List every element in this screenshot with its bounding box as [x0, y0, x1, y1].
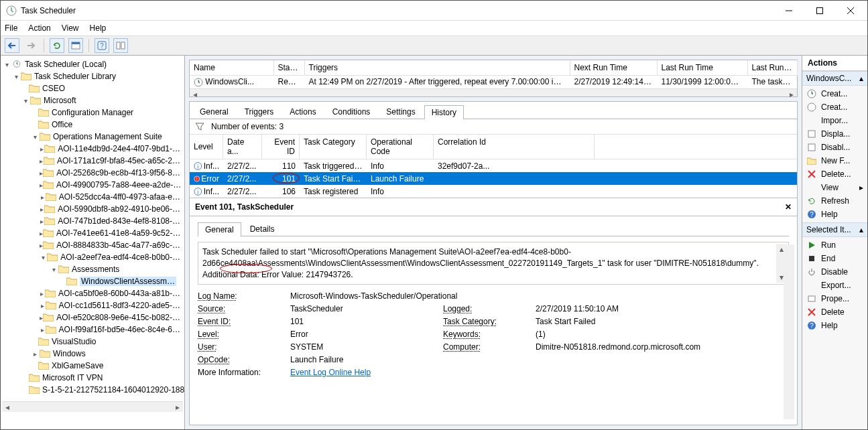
expander-icon[interactable]: ▸: [40, 206, 44, 213]
col-status[interactable]: Status: [273, 60, 304, 76]
tree-item[interactable]: CSEO: [42, 84, 65, 93]
tab-general[interactable]: General: [192, 104, 236, 119]
event-row-selected[interactable]: !Error 2/27/2... 101 Task Start Failed L…: [190, 172, 797, 185]
col-result[interactable]: Last Run Res: [747, 60, 797, 76]
expander-icon[interactable]: ▾: [2, 61, 11, 68]
action-view[interactable]: View▸: [805, 182, 865, 194]
menu-help[interactable]: Help: [90, 23, 107, 33]
action-export[interactable]: Export...: [805, 279, 865, 291]
link-eventlog-help[interactable]: Event Log Online Help: [290, 368, 371, 377]
tree-root[interactable]: Task Scheduler (Local): [25, 60, 107, 69]
expander-icon[interactable]: ▸: [40, 326, 46, 334]
subtab-details[interactable]: Details: [243, 222, 282, 236]
tree-item[interactable]: AOI-7e41ee61-41e8-4a59-9c52-…: [56, 228, 180, 238]
action-help[interactable]: ?Help: [805, 208, 865, 220]
minimize-button[interactable]: [773, 1, 804, 21]
forward-button[interactable]: [23, 38, 38, 53]
expander-icon[interactable]: ▸: [40, 302, 46, 309]
expander-icon[interactable]: ▸: [40, 145, 44, 153]
expander-icon[interactable]: ▾: [21, 97, 30, 104]
tree-item[interactable]: AOI-ca5bf0e8-60b0-443a-a81b-…: [58, 289, 180, 298]
tree-item[interactable]: AOI-11e4db9d-24e4-4f07-9bd1-…: [58, 144, 180, 153]
prop-tb-button[interactable]: [68, 38, 83, 53]
tree-item[interactable]: VisualStudio: [52, 337, 97, 346]
menu-view[interactable]: View: [62, 23, 79, 33]
action-end[interactable]: End: [805, 253, 865, 265]
action-run[interactable]: Run: [805, 239, 865, 251]
action-refresh[interactable]: Refresh: [805, 195, 865, 207]
tree-item[interactable]: AOI-f99af16f-bd5e-46ec-8c4e-6…: [59, 325, 180, 334]
col-next[interactable]: Next Run Time: [570, 60, 657, 76]
action-properties[interactable]: Prope...: [805, 293, 865, 305]
action-import[interactable]: Impor...: [805, 115, 865, 127]
tree-item[interactable]: Windows: [53, 349, 86, 358]
expander-icon[interactable]: ▸: [40, 194, 46, 201]
tree-item[interactable]: S-1-5-21-2127521184-1604012920-1887…: [42, 385, 185, 395]
detail-scrollbar-v[interactable]: [784, 244, 794, 419]
tree-item[interactable]: XblGameSave: [52, 361, 103, 370]
tree-item[interactable]: Office: [52, 120, 72, 129]
actions-group-task[interactable]: WindowsC...▴: [802, 71, 867, 86]
action-new-folder[interactable]: New F...: [805, 155, 865, 167]
mode-tb-button[interactable]: [113, 38, 128, 53]
action-create[interactable]: Creat...: [805, 101, 865, 113]
help-tb-button[interactable]: ?: [95, 38, 109, 53]
subtab-general[interactable]: General: [198, 222, 241, 236]
col-last[interactable]: Last Run Time: [657, 60, 747, 76]
expander-icon[interactable]: ▾: [30, 133, 40, 141]
tree-library[interactable]: Task Scheduler Library: [34, 72, 116, 81]
tab-triggers[interactable]: Triggers: [237, 104, 282, 119]
tree-item[interactable]: AOI-747b1ded-843e-4ef8-8108-…: [58, 216, 180, 226]
tree-item[interactable]: Operations Management Suite: [53, 132, 162, 141]
collapse-icon[interactable]: ▴: [859, 74, 863, 83]
task-scrollbar-h[interactable]: ◂▸: [190, 88, 797, 96]
col-triggers[interactable]: Triggers: [304, 60, 570, 76]
expander-icon[interactable]: ▸: [30, 350, 40, 358]
tab-settings[interactable]: Settings: [379, 104, 422, 119]
tree-item[interactable]: AOI-e520c808-9e6e-415c-b082-…: [56, 313, 180, 322]
action-help-item[interactable]: ?Help: [805, 319, 865, 332]
tab-actions[interactable]: Actions: [282, 104, 323, 119]
navigation-tree[interactable]: ▾Task Scheduler (Local) ▾Task Scheduler …: [1, 56, 185, 429]
expander-icon[interactable]: ▾: [40, 254, 47, 261]
action-disable[interactable]: Disable: [805, 266, 865, 278]
menu-action[interactable]: Action: [28, 23, 50, 33]
col-level[interactable]: Level: [190, 135, 223, 159]
expander-icon[interactable]: ▾: [11, 73, 21, 80]
action-disable-history[interactable]: Disabl...: [805, 141, 865, 153]
col-date[interactable]: Date a...: [223, 135, 262, 159]
action-create-basic[interactable]: Creat...: [805, 88, 865, 100]
tree-item-selected[interactable]: WindowsClientAssessm…: [80, 277, 176, 286]
refresh-tb-button[interactable]: [50, 38, 64, 53]
tree-item[interactable]: AOI-8884833b-45ac-4a77-a69c-…: [56, 240, 180, 250]
event-row[interactable]: iInf... 2/27/2... 106 Task registered In…: [190, 185, 797, 198]
col-category[interactable]: Task Category: [300, 135, 367, 159]
menu-file[interactable]: File: [5, 23, 17, 33]
tree-item[interactable]: Configuration Manager: [52, 108, 133, 117]
col-opcode[interactable]: Operational Code: [367, 135, 434, 159]
close-button[interactable]: [835, 1, 866, 21]
expander-icon[interactable]: ▾: [49, 266, 58, 273]
action-display[interactable]: Displa...: [805, 128, 865, 140]
collapse-icon[interactable]: ▴: [859, 225, 863, 234]
tree-item[interactable]: AOI-525dcc4a-4ff0-4973-afaa-e…: [59, 192, 180, 202]
action-delete[interactable]: Delete: [805, 306, 865, 318]
col-name[interactable]: Name: [190, 60, 273, 76]
expander-icon[interactable]: ▸: [40, 218, 44, 225]
col-correlation[interactable]: Correlation Id: [434, 135, 595, 159]
actions-group-selected[interactable]: Selected It...▴: [802, 222, 867, 237]
expander-icon[interactable]: ▸: [40, 290, 45, 297]
tree-item[interactable]: AOI-171a1c9f-bfa8-45ec-a65c-2…: [57, 156, 180, 165]
tree-item[interactable]: AOI-49900795-7a88-4eee-a2de-…: [56, 180, 181, 190]
funnel-icon[interactable]: [195, 122, 204, 131]
tree-item[interactable]: AOI-25268c9b-ec8b-4f13-9f56-8…: [56, 168, 180, 177]
tree-item[interactable]: Microsoft: [44, 96, 76, 105]
task-row[interactable]: WindowsCli... Ready At 12:49 PM on 2/27/…: [190, 76, 797, 88]
tree-item[interactable]: Microsoft IT VPN: [42, 373, 103, 382]
tab-conditions[interactable]: Conditions: [325, 104, 378, 119]
tree-item[interactable]: AOI-a2eef7ea-edf4-4ce8-b0b0-…: [60, 253, 180, 262]
tree-item[interactable]: AOI-5990dbf8-ab92-4910-be06-…: [58, 204, 180, 214]
maximize-button[interactable]: [804, 1, 835, 21]
tree-scrollbar-h[interactable]: ◂▸: [2, 401, 183, 412]
close-detail-button[interactable]: ✕: [785, 202, 792, 212]
